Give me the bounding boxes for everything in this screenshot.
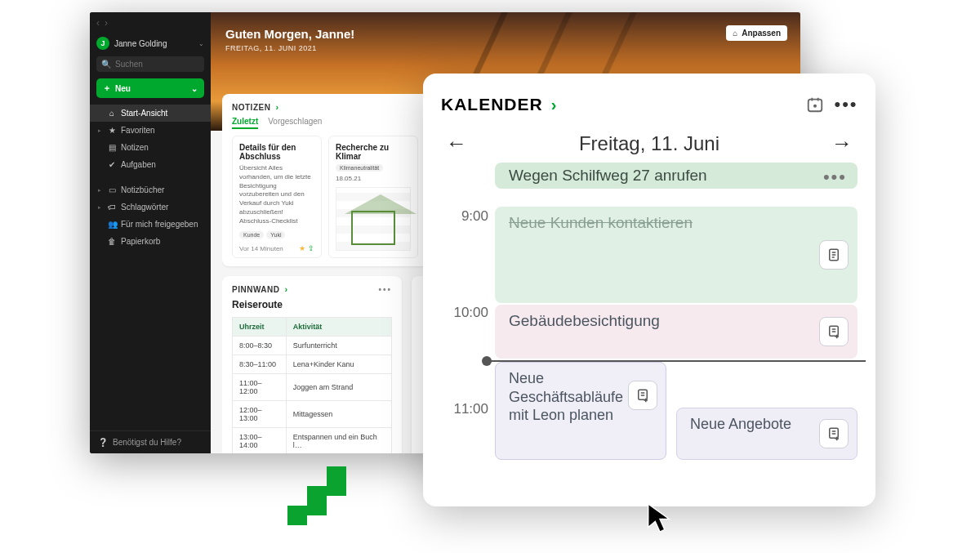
- customize-button[interactable]: ⌂ Anpassen: [726, 25, 787, 41]
- more-icon[interactable]: •••: [378, 285, 392, 294]
- tag-icon: 🏷: [108, 203, 116, 212]
- table-row: 12:00–13:00Mittagessen: [233, 401, 392, 428]
- event-allday[interactable]: Wegen Schilfweg 27 anrufen •••: [495, 163, 858, 189]
- expand-icon[interactable]: ▸: [98, 204, 103, 211]
- widget-title: NOTIZEN: [232, 103, 270, 112]
- note-icon: ▤: [108, 143, 116, 152]
- chevron-down-icon: ⌄: [198, 40, 204, 47]
- calendar-grid: 9:00 10:00 11:00 Wegen Schilfweg 27 anru…: [495, 167, 858, 470]
- nav-tags[interactable]: ▸🏷 Schlagwörter: [90, 198, 211, 216]
- expand-icon[interactable]: ▸: [98, 187, 103, 194]
- table-row: 8:30–11:00Lena+Kinder Kanu: [233, 355, 392, 374]
- nav-label: Papierkorb: [121, 237, 160, 246]
- event-new-offers[interactable]: Neue Angebote: [676, 408, 858, 460]
- calendar-picker-icon[interactable]: [804, 93, 826, 116]
- event-title: Wegen Schilfweg 27 anrufen: [509, 167, 707, 185]
- note-card[interactable]: Details für den Abschluss Übersicht Alle…: [232, 136, 322, 258]
- expand-icon[interactable]: ▸: [98, 127, 103, 134]
- nav-label: Start-Ansicht: [121, 109, 167, 118]
- avatar: J: [96, 37, 109, 50]
- help-icon: ❔: [98, 438, 108, 447]
- col-activity: Aktivität: [286, 318, 391, 337]
- hour-label: 10:00: [444, 305, 488, 321]
- chevron-right-icon[interactable]: ›: [275, 102, 278, 112]
- event-title: Neue Kunden kontaktieren: [509, 214, 693, 232]
- pinned-note-title[interactable]: Reiseroute: [232, 299, 392, 310]
- tag[interactable]: Yuki: [266, 231, 285, 239]
- note-date: 18.05.21: [336, 175, 411, 184]
- tab-recent[interactable]: Zuletzt: [232, 117, 258, 129]
- check-icon: ✔: [108, 160, 116, 169]
- note-thumbnail: [336, 187, 411, 251]
- plus-icon: ＋: [103, 83, 111, 94]
- chevron-right-icon[interactable]: ›: [284, 284, 287, 294]
- share-icon: ⇪: [308, 244, 314, 252]
- chevron-down-icon: ⌄: [191, 84, 198, 93]
- cursor-icon: [645, 502, 675, 537]
- nav-primary: ⌂ Start-Ansicht ▸★ Favoriten ▤ Notizen ✔…: [90, 105, 211, 250]
- logo-stairs-icon: [278, 462, 359, 546]
- greeting: Guten Morgen, Janne!: [225, 27, 786, 41]
- home-icon: ⌂: [108, 109, 116, 118]
- chevron-right-icon[interactable]: ›: [551, 96, 557, 114]
- help-label: Benötigst du Hilfe?: [113, 438, 181, 447]
- table-row: 11:00–12:00Joggen am Strand: [233, 374, 392, 401]
- star-icon: ★: [299, 244, 305, 252]
- pinboard-widget: PINNWAND › ••• Reiseroute Uhrzeit Aktivi…: [222, 276, 402, 453]
- nav-shared[interactable]: 👥 Für mich freigegeben: [90, 216, 211, 233]
- col-time: Uhrzeit: [233, 318, 287, 337]
- hour-label: 9:00: [444, 208, 488, 225]
- hero-date: FREITAG, 11. JUNI 2021: [225, 44, 786, 52]
- window-nav: ‹ ›: [90, 12, 211, 33]
- customize-label: Anpassen: [742, 29, 781, 38]
- prev-day-button[interactable]: ←: [441, 131, 472, 156]
- nav-notebooks[interactable]: ▸▭ Notizbücher: [90, 181, 211, 198]
- calendar-day-label: Freitag, 11. Juni: [579, 132, 719, 155]
- nav-label: Favoriten: [121, 126, 155, 135]
- table-row: 8:00–8:30Surfunterricht: [233, 337, 392, 355]
- trash-icon: 🗑: [108, 237, 116, 246]
- search-field[interactable]: [115, 60, 199, 69]
- hour-label: 11:00: [444, 401, 488, 417]
- nav-label: Notizen: [121, 143, 149, 152]
- table-row: 13:00–14:00Entspannen und ein Buch l…: [233, 428, 392, 454]
- forward-icon[interactable]: ›: [105, 17, 108, 29]
- user-name: Janne Golding: [114, 39, 194, 48]
- nav-notes[interactable]: ▤ Notizen: [90, 139, 211, 156]
- more-icon[interactable]: •••: [823, 168, 847, 186]
- create-note-button[interactable]: [628, 381, 657, 410]
- next-day-button[interactable]: →: [826, 131, 858, 156]
- help-link[interactable]: ❔ Benötigst du Hilfe?: [90, 430, 211, 453]
- home-icon: ⌂: [733, 29, 737, 38]
- event-plan-with-leon[interactable]: Neue Geschäftsabläufe mit Leon planen: [495, 362, 666, 460]
- back-icon[interactable]: ‹: [96, 17, 100, 29]
- people-icon: 👥: [108, 220, 116, 229]
- nav-favorites[interactable]: ▸★ Favoriten: [90, 122, 211, 139]
- note-tags: Kunde Yuki: [239, 231, 314, 239]
- more-icon[interactable]: •••: [835, 93, 858, 116]
- note-title: Recherche zu Klimar: [336, 143, 411, 161]
- nav-tasks[interactable]: ✔ Aufgaben: [90, 156, 211, 173]
- nav-trash[interactable]: 🗑 Papierkorb: [90, 233, 211, 250]
- nav-home[interactable]: ⌂ Start-Ansicht: [90, 105, 211, 122]
- account-switcher[interactable]: J Janne Golding ⌄: [90, 33, 211, 56]
- tag[interactable]: Klimaneutralität: [336, 164, 383, 172]
- star-icon: ★: [108, 126, 116, 135]
- event-building-visit[interactable]: Gebäudebesichtigung: [495, 305, 858, 359]
- itinerary-table: Uhrzeit Aktivität 8:00–8:30Surfunterrich…: [232, 317, 392, 453]
- calendar-title: KALENDER: [441, 95, 543, 114]
- create-note-button[interactable]: [819, 317, 849, 346]
- new-button[interactable]: ＋ Neu ⌄: [96, 78, 204, 98]
- event-contact-customers[interactable]: Neue Kunden kontaktieren: [495, 207, 858, 303]
- tag[interactable]: Kunde: [239, 231, 264, 239]
- open-note-button[interactable]: [819, 240, 849, 270]
- tab-suggested[interactable]: Vorgeschlagen: [268, 117, 322, 129]
- note-card[interactable]: Recherche zu Klimar Klimaneutralität 18.…: [328, 136, 418, 258]
- nav-label: Aufgaben: [121, 160, 156, 169]
- event-title: Gebäudebesichtigung: [509, 312, 660, 330]
- create-note-button[interactable]: [819, 419, 849, 448]
- search-input[interactable]: 🔍: [96, 56, 204, 72]
- widget-title: PINNWAND: [232, 285, 279, 294]
- event-title: Neue Angebote: [690, 415, 791, 434]
- svg-point-1: [814, 105, 816, 107]
